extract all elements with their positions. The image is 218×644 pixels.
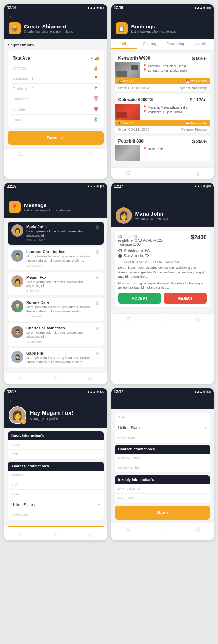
delete-icon-4[interactable]: 🗑 <box>96 300 100 305</box>
nav-back-m[interactable]: ◁ <box>87 375 91 382</box>
nav-circle-s[interactable]: ○ <box>160 316 164 323</box>
price-field[interactable]: Price 💲 <box>11 115 100 124</box>
dropdown-arrow: ▾ <box>91 56 93 60</box>
booking-card-1[interactable]: Kenworth W900 $ 916/- 📍 Chennai, Tamil N… <box>115 53 211 91</box>
create-shipment-content: Shipment Info Tata Ace ▾ 🚚 Tonnage 🔒 Des… <box>4 39 107 148</box>
tab-complete[interactable]: Comple <box>188 39 214 49</box>
profile-contact-content: State United States ▾ Postal Code Contac… <box>111 409 214 523</box>
message-item-5[interactable]: 👨 Charles Susainathan Lorem ipsum dolor … <box>8 323 104 346</box>
back-arrow-msg[interactable]: ← <box>9 193 103 199</box>
route-dates: 25 Aug - 8:00 AM 28 Aug - 12:00 AM <box>124 260 207 263</box>
back-arrow-prof[interactable]: ← <box>9 398 103 404</box>
lock-icon: 🔒 <box>93 66 99 71</box>
destination1-field[interactable]: Destination 1 📍 <box>11 73 100 84</box>
tab-processing[interactable]: Processing <box>162 39 188 49</box>
messages-icon-box: 📍 <box>9 201 21 213</box>
msg-content-5: Charles Susainathan Lorem ipsum dolor si… <box>26 326 93 343</box>
back-arrow-b[interactable]: ← <box>116 14 210 20</box>
nav-circle-m[interactable]: ○ <box>54 375 57 382</box>
nav-square-c[interactable]: □ <box>127 526 130 532</box>
message-item-2[interactable]: 👨 Leonard Christopher Morbi pharetra lec… <box>8 247 104 270</box>
status-icons-bookings: ▲▲▲ ⊕ ▮88 <box>194 6 211 9</box>
signal-icon-m: ▲▲▲ <box>87 185 96 188</box>
delete-icon-3[interactable]: 🗑 <box>96 275 100 280</box>
status-icons-msg: ▲▲▲ ⊕ ▮88 <box>87 185 104 188</box>
destination2-field[interactable]: Destination 2 📍 <box>11 84 100 94</box>
dob-field[interactable]: DOB <box>8 450 104 459</box>
to-city: San Antonio, TX <box>124 254 150 258</box>
vehicle-dropdown[interactable]: ▾ 🚚 <box>91 56 99 60</box>
national-id-field[interactable]: National ID <box>115 494 211 503</box>
nav-back-b[interactable]: ◁ <box>194 170 199 177</box>
state-field[interactable]: State <box>8 490 104 499</box>
postal-top-field[interactable]: Postal Code <box>115 433 211 443</box>
message-item-1[interactable]: 👩 Maria John Lorem ipsum dolor sit amet,… <box>8 222 104 245</box>
msg-text-5: Lorem ipsum dolor sit amet, consectetur … <box>26 331 93 339</box>
nav-back-c[interactable]: ◁ <box>194 526 199 532</box>
tonnage-label: Tonnage <box>13 66 26 70</box>
reject-button[interactable]: REJECT <box>164 293 207 304</box>
postal-code-field[interactable]: Postal Code <box>8 510 104 520</box>
nav-square-s[interactable]: □ <box>127 316 130 323</box>
delete-icon-1[interactable]: 🗑 <box>96 224 100 229</box>
wifi-icon-p: ⊕ <box>96 390 99 393</box>
driving-licence-field[interactable]: Driving Licence <box>115 484 211 494</box>
contact-save-button[interactable]: Save <box>115 506 211 520</box>
nav-back-pr[interactable]: ◁ <box>87 531 91 538</box>
country-select-field[interactable]: United States ▾ <box>8 499 104 510</box>
back-arrow-contact[interactable]: ← <box>116 398 210 404</box>
message-item-3[interactable]: 👩 Megan Fox Lorem ipsum dolor sit amet, … <box>8 272 104 295</box>
back-arrow[interactable]: ← <box>9 14 103 20</box>
profile-basic-content: Basic Information's Name DOB Address Inf… <box>4 428 107 526</box>
destination1-label: Destination 1 <box>13 77 33 80</box>
todate-field[interactable]: To Date 📅 <box>11 104 100 115</box>
nav-circle-b[interactable]: ○ <box>160 170 164 177</box>
delete-icon-6[interactable]: 🗑 <box>96 351 100 356</box>
tab-all[interactable]: All <box>111 39 137 49</box>
to-location-1: Bengaluru, Karnataka, India <box>148 69 188 72</box>
identify-section-header: Identify Information's <box>115 475 211 484</box>
mobile-field[interactable]: Mobile Number <box>115 463 211 472</box>
nav-back[interactable]: ◁ <box>87 151 91 157</box>
nav-square-m[interactable]: □ <box>19 375 23 382</box>
status-icons-ship: ▲▲▲ ⊕ ▮88 <box>194 185 211 188</box>
avatar-2: 👨 <box>11 250 23 262</box>
booking-date-2: 📅 2019-01-21 <box>185 121 207 124</box>
nav-square-b[interactable]: □ <box>127 170 130 177</box>
destination2-label: Destination 2 <box>13 87 33 91</box>
delete-icon-2[interactable]: 🗑 <box>96 250 100 255</box>
basic-info-card: Basic Information's Name DOB <box>8 431 104 459</box>
status-icons-contact: ▲▲▲ ⊕ ▮88 <box>194 390 211 393</box>
battery-icon-s: ▮88 <box>206 185 211 188</box>
msg-date-2: 16 Feb 2019 <box>26 264 93 267</box>
status-time: 12:16 <box>7 6 16 10</box>
message-item-4[interactable]: 👨‍🦳 Ronnie Dale Morbi pharetra lectus a … <box>8 298 104 321</box>
accept-button[interactable]: ACCEPT <box>118 293 161 304</box>
tab-pending[interactable]: Pending <box>137 39 162 49</box>
city-field[interactable]: City <box>8 480 104 490</box>
booking-card-2[interactable]: Colorado 6900TS $ 1178/- 📍 Mumbai, Mahar… <box>115 94 211 133</box>
nav-circle[interactable]: ○ <box>54 151 57 157</box>
nav-back-s[interactable]: ◁ <box>194 316 199 323</box>
bookings-title: Bookings <box>131 23 176 29</box>
nav-circle-c[interactable]: ○ <box>160 526 164 532</box>
fromdate-field[interactable]: From Date 📅 <box>11 94 100 104</box>
delete-icon-5[interactable]: 🗑 <box>96 326 100 331</box>
tonnage-field[interactable]: Tonnage 🔒 <box>11 63 100 73</box>
nav-square-pr[interactable]: □ <box>19 531 23 538</box>
address-info-card: Address Information's Address City State… <box>8 462 104 520</box>
nav-square[interactable]: □ <box>19 151 23 157</box>
profile-header: ← 👩 ✎ Hey Megan Fox! Manage your profile <box>4 395 107 428</box>
dest1-icon: 📍 <box>93 76 99 81</box>
save-button[interactable]: Save ✓ <box>8 131 104 145</box>
name-field[interactable]: Name <box>8 440 104 450</box>
back-arrow-ship[interactable]: ← <box>116 193 210 199</box>
msg-name-4: Ronnie Dale <box>26 300 93 305</box>
booking-card-3[interactable]: Peterbilt 330 $ 260/- 📍 Delhi, India <box>115 136 211 161</box>
phone-field[interactable]: Phone Number <box>115 454 211 463</box>
state-select[interactable]: United States ▾ <box>115 422 211 433</box>
nav-circle-pr[interactable]: ○ <box>54 531 57 538</box>
message-item-6[interactable]: 👩‍🦱 Gabriella Morbi pharetra lectus a tu… <box>8 348 104 367</box>
vehicle-select-row[interactable]: Tata Ace ▾ 🚚 <box>11 54 100 63</box>
address-field[interactable]: Address <box>8 471 104 480</box>
